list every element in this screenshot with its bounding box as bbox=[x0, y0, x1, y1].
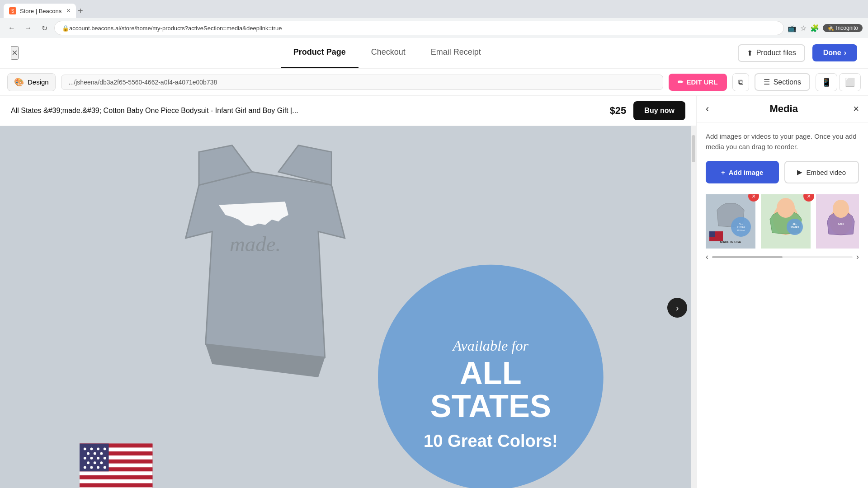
design-button[interactable]: 🎨 Design bbox=[7, 73, 56, 91]
url-text: .../jsheena/db3a2f65-5560-4662-a0f4-a407… bbox=[69, 79, 217, 86]
svg-text:MN: MN bbox=[838, 222, 844, 226]
tab-favicon: S bbox=[9, 7, 16, 14]
done-button[interactable]: Done › bbox=[812, 44, 857, 61]
refresh-btn[interactable]: ↻ bbox=[38, 22, 51, 34]
thumbnail-2-img: ALL STATES bbox=[761, 194, 811, 249]
media-buttons: + Add image ▶ Embed video bbox=[706, 161, 859, 183]
next-icon: › bbox=[676, 303, 679, 313]
tab-email-receipt[interactable]: Email Receipt bbox=[418, 38, 494, 68]
incognito-label: Incognito bbox=[836, 25, 858, 31]
svg-point-51 bbox=[777, 198, 795, 218]
active-tab[interactable]: S Store | Beacons × bbox=[4, 4, 76, 18]
thumbnail-1-img: MADE IN USA ALL STATES 10 Colors! bbox=[706, 194, 755, 249]
svg-text:10 Colors!: 10 Colors! bbox=[737, 229, 745, 231]
tab-bar: S Store | Beacons × + bbox=[0, 0, 868, 18]
panel-header: ‹ Media × bbox=[697, 96, 868, 122]
thumbnail-2[interactable]: × A bbox=[761, 194, 811, 249]
address-text: account.beacons.ai/store/home/my-product… bbox=[69, 25, 282, 32]
svg-rect-43 bbox=[709, 231, 715, 237]
next-image-button[interactable]: › bbox=[667, 298, 687, 318]
svg-point-35 bbox=[100, 461, 103, 464]
embed-video-button[interactable]: ▶ Embed video bbox=[784, 161, 859, 183]
incognito-badge: 🕵 Incognito bbox=[823, 24, 863, 32]
svg-point-29 bbox=[84, 457, 86, 460]
tab-title: Store | Beacons bbox=[20, 8, 61, 14]
edit-url-label: EDIT URL bbox=[686, 78, 717, 86]
svg-point-37 bbox=[90, 466, 93, 469]
address-icons: 📺 ☆ 🧩 bbox=[788, 24, 819, 33]
copy-icon: ⧉ bbox=[738, 78, 743, 86]
edit-icon: ✏ bbox=[678, 78, 684, 86]
product-preview: All States &#39;made.&#39; Cotton Baby O… bbox=[0, 96, 696, 488]
svg-rect-0 bbox=[0, 126, 696, 488]
price-text: $25 bbox=[610, 105, 627, 116]
add-image-button[interactable]: + Add image bbox=[706, 161, 779, 183]
product-title: All States &#39;made.&#39; Cotton Baby O… bbox=[11, 107, 603, 115]
svg-point-33 bbox=[87, 461, 90, 464]
mobile-view-button[interactable]: 📱 bbox=[816, 73, 837, 91]
bookmark-icon: ☆ bbox=[800, 24, 807, 33]
panel-body: Add images or videos to your page. Once … bbox=[697, 122, 868, 488]
panel-title: Media bbox=[714, 103, 853, 115]
plus-icon: + bbox=[721, 169, 725, 176]
address-input[interactable]: 🔒 account.beacons.ai/store/home/my-produ… bbox=[54, 21, 784, 35]
scrollbar-thumb bbox=[712, 256, 783, 258]
desktop-view-button[interactable]: ⬜ bbox=[839, 73, 861, 91]
sections-button[interactable]: ☰ Sections bbox=[755, 73, 810, 91]
svg-point-57 bbox=[833, 200, 849, 218]
back-btn[interactable]: ← bbox=[5, 22, 18, 34]
forward-btn[interactable]: → bbox=[22, 22, 34, 34]
thumbnails-scrollbar bbox=[712, 256, 853, 258]
copy-button[interactable]: ⧉ bbox=[732, 73, 749, 91]
mobile-icon: 📱 bbox=[821, 78, 831, 87]
incognito-icon: 🕵 bbox=[827, 25, 834, 31]
extensions-icon: 🧩 bbox=[810, 24, 819, 33]
svg-point-31 bbox=[97, 457, 99, 460]
address-bar-row: ← → ↻ 🔒 account.beacons.ai/store/home/my… bbox=[0, 18, 868, 38]
header-right: ⬆ Product files Done › bbox=[738, 44, 857, 62]
product-image-container: made. Available for ALL STATES 10 Great … bbox=[0, 126, 696, 488]
svg-point-39 bbox=[104, 466, 106, 469]
tab-checkout[interactable]: Checkout bbox=[359, 38, 418, 68]
svg-rect-16 bbox=[80, 475, 152, 479]
product-files-button[interactable]: ⬆ Product files bbox=[738, 44, 805, 62]
close-button[interactable]: × bbox=[11, 46, 19, 60]
svg-point-36 bbox=[84, 466, 86, 469]
svg-text:ALL: ALL bbox=[739, 222, 743, 225]
panel-back-button[interactable]: ‹ bbox=[706, 103, 709, 115]
product-price: $25 bbox=[610, 105, 627, 117]
svg-text:STATES: STATES bbox=[791, 226, 800, 229]
product-header: All States &#39;made.&#39; Cotton Baby O… bbox=[0, 96, 696, 126]
svg-point-22 bbox=[84, 447, 86, 450]
product-page-label: Product Page bbox=[293, 47, 346, 57]
cast-icon: 📺 bbox=[788, 24, 797, 33]
product-artwork: made. Available for ALL STATES 10 Great … bbox=[0, 126, 696, 488]
view-buttons: 📱 ⬜ bbox=[816, 73, 861, 91]
buy-now-button[interactable]: Buy now bbox=[633, 101, 685, 120]
new-tab-btn[interactable]: + bbox=[78, 6, 83, 16]
svg-rect-18 bbox=[80, 483, 152, 488]
svg-text:10 Great Colors!: 10 Great Colors! bbox=[424, 431, 558, 450]
panel-description: Add images or videos to your page. Once … bbox=[706, 131, 859, 152]
sections-menu-icon: ☰ bbox=[764, 78, 770, 86]
thumbnails-prev-button[interactable]: ‹ bbox=[706, 252, 708, 262]
svg-text:made.: made. bbox=[230, 232, 281, 256]
tab-product-page[interactable]: Product Page bbox=[281, 38, 359, 68]
done-chevron-icon: › bbox=[844, 49, 846, 57]
add-image-label: Add image bbox=[729, 169, 764, 176]
scrollbar[interactable] bbox=[691, 126, 696, 488]
svg-point-30 bbox=[90, 457, 93, 460]
app-header: × Product Page Checkout Email Receipt ⬆ … bbox=[0, 38, 868, 69]
svg-point-28 bbox=[100, 452, 103, 455]
tab-close-btn[interactable]: × bbox=[66, 7, 71, 15]
svg-point-38 bbox=[97, 466, 99, 469]
edit-url-button[interactable]: ✏ EDIT URL bbox=[669, 74, 726, 91]
header-nav: Product Page Checkout Email Receipt bbox=[37, 38, 738, 68]
thumbnail-3[interactable]: MN bbox=[816, 194, 859, 249]
thumbnails-next-button[interactable]: › bbox=[856, 252, 859, 262]
thumbnail-1[interactable]: × MADE IN USA bbox=[706, 194, 755, 249]
svg-point-32 bbox=[104, 457, 106, 460]
panel-close-button[interactable]: × bbox=[853, 103, 859, 115]
toolbar: 🎨 Design .../jsheena/db3a2f65-5560-4662-… bbox=[0, 69, 868, 96]
url-display: .../jsheena/db3a2f65-5560-4662-a0f4-a407… bbox=[61, 75, 664, 90]
